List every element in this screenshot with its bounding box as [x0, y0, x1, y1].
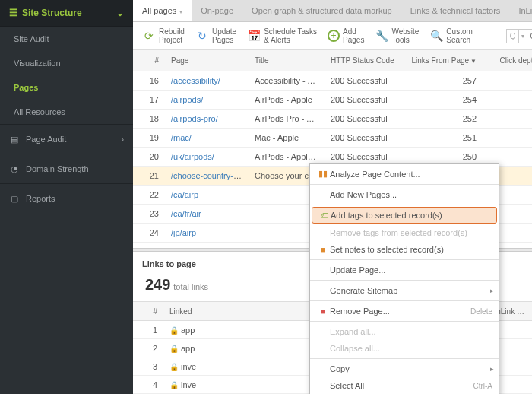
ctx-generate-sitemap[interactable]: Generate Sitemap ▸: [310, 282, 499, 299]
toolbar: ⟳ RebuildProject ↻ UpdatePages 📅 Schedul…: [133, 22, 532, 50]
ctx-select-all[interactable]: Select All Ctrl-A: [310, 377, 499, 394]
separator: [310, 358, 499, 359]
rebuild-project-button[interactable]: ⟳ RebuildProject: [139, 26, 188, 46]
table-row[interactable]: 16/accessibility/Accessibility - Apple20…: [133, 71, 532, 91]
table-row[interactable]: 19/mac/Mac - Apple200 Successful2511: [133, 129, 532, 148]
separator: [310, 205, 499, 205]
separator: [310, 184, 499, 185]
col-page[interactable]: Page: [165, 56, 249, 65]
submenu-arrow-icon: ▸: [490, 365, 494, 373]
sidebar-item-visualization[interactable]: Visualization: [0, 51, 133, 75]
chevron-right-icon: ›: [122, 135, 124, 144]
ctx-copy[interactable]: Copy ▸: [310, 361, 499, 377]
col-status[interactable]: HTTP Status Code: [325, 56, 401, 65]
structure-icon: ☰: [9, 8, 17, 18]
separator: [310, 300, 499, 301]
sidebar-section-label: Page Audit: [26, 135, 66, 144]
ctx-add-tags[interactable]: 🏷 Add tags to selected record(s): [312, 207, 497, 224]
sidebar-section-page-audit[interactable]: ▤ Page Audit ›: [0, 124, 133, 154]
gauge-icon: ◔: [9, 164, 20, 174]
quick-filter-input[interactable]: [527, 30, 532, 43]
sidebar-section-domain-strength[interactable]: ◔ Domain Strength: [0, 154, 133, 183]
bcol-linked[interactable]: Linked: [163, 307, 300, 316]
tab-inlink-rank[interactable]: InLink Rank: [509, 0, 532, 21]
sidebar-section-label: Domain Strength: [26, 164, 89, 173]
website-tools-button[interactable]: 🔧 WebsiteTools: [372, 26, 422, 46]
sidebar: ☰ Site Structure ⌄ Site Audit Visualizat…: [0, 0, 133, 394]
table-row[interactable]: 17/airpods/AirPods - Apple200 Successful…: [133, 91, 532, 110]
tabs-bar: All pages▾ On-page Open graph & structur…: [133, 0, 532, 22]
col-title[interactable]: Title: [249, 56, 325, 65]
sidebar-item-site-audit[interactable]: Site Audit: [0, 27, 133, 51]
remove-icon: ■: [316, 307, 330, 316]
col-links-from-page[interactable]: Links From Page▼: [401, 56, 483, 65]
reports-icon: ▢: [9, 193, 20, 204]
update-pages-button[interactable]: ↻ UpdatePages: [192, 26, 239, 46]
table-row[interactable]: 18/airpods-pro/AirPods Pro - Apple200 Su…: [133, 110, 532, 129]
search-prefix: Q: [507, 30, 520, 43]
caret-down-icon: ▾: [179, 8, 182, 15]
sidebar-section-reports[interactable]: ▢ Reports: [0, 183, 133, 213]
bcol-index[interactable]: #: [133, 307, 163, 316]
ctx-add-new-pages[interactable]: Add New Pages...: [310, 186, 499, 203]
schedule-tasks-button[interactable]: 📅 Schedule Tasks& Alerts: [244, 26, 320, 46]
sidebar-section-label: Reports: [26, 194, 55, 203]
separator: [310, 321, 499, 322]
separator: [310, 280, 499, 281]
tab-links-technical[interactable]: Links & technical factors: [401, 0, 510, 21]
ctx-analyze-page-content[interactable]: ▮▮ Analyze Page Content...: [310, 165, 499, 183]
tag-icon: 🏷: [317, 211, 331, 220]
tab-on-page[interactable]: On-page: [192, 0, 242, 21]
custom-search-button[interactable]: 🔍 CustomSearch: [426, 26, 475, 46]
add-pages-button[interactable]: + AddPages: [325, 26, 367, 46]
ctx-update-page[interactable]: Update Page...: [310, 262, 499, 278]
quick-filter-box[interactable]: Q▾: [506, 29, 532, 43]
plus-circle-icon: +: [328, 30, 340, 42]
tab-all-pages[interactable]: All pages▾: [133, 0, 192, 21]
ctx-remove-page[interactable]: ■ Remove Page... Delete: [310, 303, 499, 319]
bars-icon: ▮▮: [316, 169, 330, 179]
sidebar-item-pages[interactable]: Pages: [0, 75, 133, 100]
main-panel: All pages▾ On-page Open graph & structur…: [133, 0, 532, 394]
ctx-collapse-all: Collapse all...: [310, 340, 499, 357]
col-index[interactable]: #: [133, 56, 165, 65]
wrench-icon: 🔧: [375, 29, 388, 43]
ctx-remove-tags: Remove tags from selected record(s): [310, 224, 499, 241]
links-count: 249: [145, 276, 170, 293]
update-icon: ↻: [195, 29, 209, 43]
sort-desc-icon: ▼: [470, 58, 477, 65]
ctx-set-notes[interactable]: ■ Set notes to selected record(s): [310, 241, 499, 258]
search-icon: 🔍: [429, 29, 443, 43]
submenu-arrow-icon: ▸: [490, 287, 494, 294]
calendar-icon: 📅: [247, 29, 261, 43]
links-to-page-heading: Links to page: [133, 252, 205, 273]
caret-down-icon: ▾: [519, 33, 527, 40]
sidebar-title: Site Structure: [22, 8, 82, 18]
links-count-label: total links: [173, 282, 208, 291]
ctx-expand-all: Expand all...: [310, 323, 499, 340]
sidebar-item-all-resources[interactable]: All Resources: [0, 100, 133, 124]
tab-open-graph[interactable]: Open graph & structured data markup: [242, 0, 401, 21]
note-icon: ■: [316, 245, 330, 254]
separator: [310, 259, 499, 260]
audit-icon: ▤: [9, 134, 20, 145]
col-click-depth[interactable]: Click depth: [483, 56, 532, 65]
context-menu: ▮▮ Analyze Page Content... Add New Pages…: [309, 163, 499, 394]
grid-header-row: # Page Title HTTP Status Code Links From…: [133, 50, 532, 71]
shortcut-label: Delete: [470, 307, 492, 316]
rebuild-icon: ⟳: [142, 29, 156, 43]
sidebar-header[interactable]: ☰ Site Structure ⌄: [0, 0, 133, 27]
chevron-down-icon: ⌄: [116, 8, 124, 18]
shortcut-label: Ctrl-A: [473, 382, 492, 390]
